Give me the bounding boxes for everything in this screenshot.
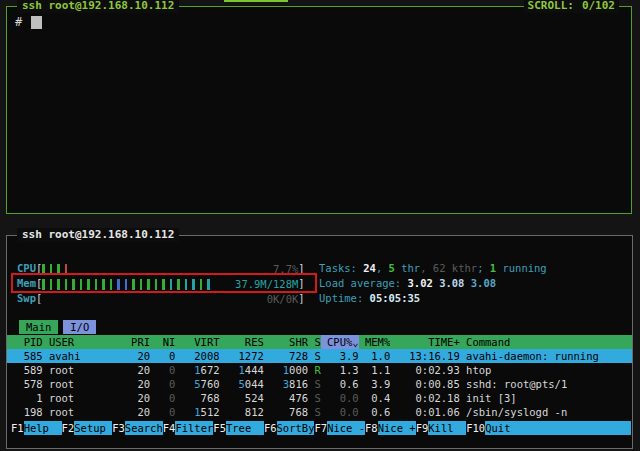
text-cursor: [31, 16, 42, 29]
tab-main[interactable]: Main: [19, 320, 58, 334]
fnkey-f6[interactable]: F6: [264, 421, 277, 435]
meter-bar: [42, 279, 45, 290]
column-header-time[interactable]: TIME+: [390, 335, 460, 349]
fnkey-f3[interactable]: F3: [112, 421, 125, 435]
fnkey-f10[interactable]: F10: [466, 421, 485, 435]
fnlabel-help[interactable]: Help: [24, 421, 62, 435]
column-header-pri[interactable]: PRI: [125, 335, 150, 349]
scroll-indicator: SCROLL:0/102: [524, 0, 619, 13]
swp-meter-value: 0K/0K: [267, 293, 299, 306]
meter-bar: [87, 279, 90, 290]
pane-title: ssh root@192.168.10.112: [17, 0, 179, 13]
process-table-header[interactable]: PIDUSERPRINIVIRTRESSHRSCPU%⌄MEM%TIME+Com…: [7, 335, 632, 349]
cpu-meter: CPU[7.7%]: [17, 261, 305, 276]
process-row-pid-578[interactable]: 578root200576050443816S0.63.90:00.85sshd…: [7, 377, 632, 391]
htop-info-column: Tasks: 24, 5 thr, 62 kthr; 1 runningLoad…: [319, 261, 547, 306]
htop-meters: CPU[7.7%]Mem[37.9M/128M]Swp[0K/0K]: [17, 261, 305, 306]
fnkey-f1[interactable]: F1: [11, 421, 24, 435]
meter-bar: [42, 264, 45, 275]
fnkey-f9[interactable]: F9: [416, 421, 429, 435]
process-row-pid-589[interactable]: 589root200167214441000R1.31.10:02.93htop: [7, 363, 632, 377]
htop-screen: CPU[7.7%]Mem[37.9M/128M]Swp[0K/0K] Tasks…: [7, 236, 632, 448]
fnkey-f2[interactable]: F2: [62, 421, 75, 435]
terminal-pane-top[interactable]: ssh root@192.168.10.112 SCROLL:0/102 #: [6, 6, 632, 214]
meter-bar: [192, 279, 195, 290]
meter-bar: [162, 279, 165, 290]
uptime-line: Uptime: 05:05:35: [319, 291, 547, 306]
meter-bar: [200, 279, 203, 290]
column-header-cpu[interactable]: CPU%⌄: [321, 335, 359, 349]
meter-bar: [50, 264, 53, 275]
meter-bar: [207, 279, 210, 290]
meter-bar: [177, 279, 180, 290]
meter-bar: [140, 279, 143, 290]
terminal-pane-bottom[interactable]: ssh root@192.168.10.112 CPU[7.7%]Mem[37.…: [6, 235, 633, 449]
column-header-command[interactable]: Command: [460, 335, 632, 349]
meter-bar: [132, 279, 135, 290]
fnbar-filler: [523, 421, 631, 435]
fnkey-f4[interactable]: F4: [163, 421, 176, 435]
htop-tabs: MainI/O: [19, 320, 101, 334]
tasks-line: Tasks: 24, 5 thr, 62 kthr; 1 running: [319, 261, 547, 276]
fnlabel-sortby[interactable]: SortBy: [277, 421, 315, 435]
meter-bar: [95, 279, 98, 290]
column-header-mem[interactable]: MEM%: [359, 335, 391, 349]
tab-io[interactable]: I/O: [63, 320, 96, 334]
mem-meter-value: 37.9M/128M: [235, 278, 298, 291]
fnlabel-filter[interactable]: Filter: [175, 421, 213, 435]
meter-bar: [65, 264, 68, 275]
mem-meter-label: Mem: [17, 277, 36, 289]
process-row-pid-1[interactable]: 1root200768524476S0.00.40:02.18init [3]: [7, 391, 632, 405]
swp-meter-label: Swp: [17, 292, 36, 304]
meter-bar: [102, 279, 105, 290]
prompt-symbol: #: [15, 15, 22, 29]
mem-meter: Mem[37.9M/128M]: [17, 276, 305, 291]
fnlabel-setup[interactable]: Setup: [74, 421, 112, 435]
process-table-rows: 585avahi20020081272728S3.91.013:16.19ava…: [7, 349, 632, 419]
load-average-line: Load average: 3.02 3.08 3.08: [319, 276, 547, 291]
meter-bar: [117, 279, 120, 290]
meter-bar: [185, 279, 188, 290]
fnkey-f7[interactable]: F7: [314, 421, 327, 435]
meter-bar: [57, 264, 60, 275]
column-header-shr[interactable]: SHR: [264, 335, 308, 349]
process-row-pid-585[interactable]: 585avahi20020081272728S3.91.013:16.19ava…: [7, 349, 632, 363]
fnlabel-nice[interactable]: Nice -: [327, 421, 365, 435]
meter-bar: [65, 279, 68, 290]
fnlabel-tree[interactable]: Tree: [226, 421, 264, 435]
column-header-ni[interactable]: NI: [150, 335, 175, 349]
function-key-bar: F1HelpF2SetupF3SearchF4FilterF5TreeF6Sor…: [11, 421, 631, 435]
scroll-value: 0/102: [582, 0, 615, 12]
swp-meter: Swp[0K/0K]: [17, 291, 305, 306]
column-header-virt[interactable]: VIRT: [175, 335, 219, 349]
meter-bar: [125, 279, 128, 290]
meter-bar: [147, 279, 150, 290]
fnlabel-nice[interactable]: Nice +: [378, 421, 416, 435]
meter-bar: [50, 279, 53, 290]
process-row-pid-198[interactable]: 198root2001512812768S0.00.60:01.06/sbin/…: [7, 405, 632, 419]
meter-bar: [72, 279, 75, 290]
scroll-label: SCROLL:: [528, 0, 574, 12]
meter-bar: [110, 279, 113, 290]
column-header-user[interactable]: USER: [43, 335, 125, 349]
cpu-meter-value: 7.7%: [273, 263, 298, 276]
shell-prompt: #: [15, 15, 42, 29]
fnkey-f8[interactable]: F8: [365, 421, 378, 435]
column-header-res[interactable]: RES: [220, 335, 264, 349]
meter-bar: [80, 279, 83, 290]
meter-bar: [170, 279, 173, 290]
meter-bar: [155, 279, 158, 290]
column-header-pid[interactable]: PID: [11, 335, 43, 349]
fnlabel-search[interactable]: Search: [125, 421, 163, 435]
stray-green-line: [224, 0, 288, 2]
fnlabel-quit[interactable]: Quit: [485, 421, 523, 435]
cpu-meter-label: CPU: [17, 262, 36, 274]
fnkey-f5[interactable]: F5: [213, 421, 226, 435]
meter-bar: [57, 279, 60, 290]
fnlabel-kill[interactable]: Kill: [428, 421, 466, 435]
column-header-s[interactable]: S: [308, 335, 321, 349]
